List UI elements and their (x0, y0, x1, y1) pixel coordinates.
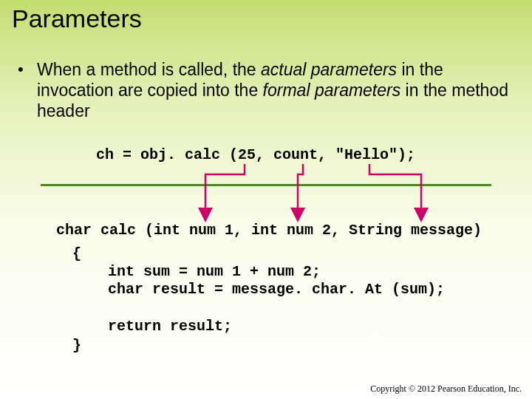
bullet-it2: formal parameters (263, 81, 401, 100)
code-brace-open: { (72, 245, 81, 262)
arrow-param3 (369, 164, 421, 215)
bullet-text: When a method is called, the actual para… (37, 59, 519, 121)
code-line1: int sum = num 1 + num 2; (108, 263, 321, 280)
code-brace-close: } (72, 337, 81, 354)
bullet-dot: • (16, 59, 37, 121)
code-return: return result; (108, 318, 232, 335)
separator-line (41, 184, 491, 186)
code-call: ch = obj. calc (25, count, "Hello"); (96, 146, 415, 163)
code-signature: char calc (int num 1, int num 2, String … (56, 222, 482, 239)
slide-title: Parameters (12, 4, 142, 33)
bullet-it1: actual parameters (261, 60, 397, 79)
arrow-param1 (205, 164, 245, 215)
copyright-footer: Copyright © 2012 Pearson Education, Inc. (370, 383, 522, 395)
bullet-pre: When a method is called, the (37, 60, 261, 79)
arrow-param2 (298, 164, 303, 215)
bullet-block: • When a method is called, the actual pa… (16, 59, 519, 121)
code-line2: char result = message. char. At (sum); (108, 281, 445, 298)
